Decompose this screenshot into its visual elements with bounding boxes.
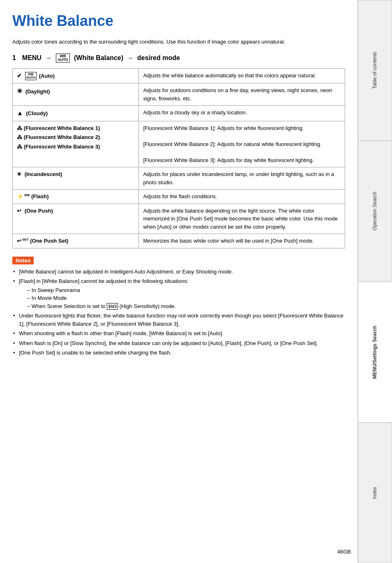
page-title: White Balance xyxy=(12,12,345,30)
fluorescent-icon-1: ⁂ xyxy=(17,125,22,131)
fluorescent-mode-3: ⁂ (Fluorescent White Balance 3) xyxy=(17,143,134,151)
description-cell: Adjusts for outdoors conditions on a fin… xyxy=(139,83,345,106)
table-row: ▲ (Cloudy) Adjusts for a cloudy sky or a… xyxy=(13,106,345,121)
note-item: [One Push Set] is unable to be selected … xyxy=(12,349,345,357)
step-wb-suffix: (White Balance) → desired mode xyxy=(72,54,180,62)
iso-icon: ISO xyxy=(107,303,118,310)
step-text: MENU → xyxy=(18,54,53,62)
description-cell: Adjusts the white balance automatically … xyxy=(139,68,345,83)
note-item: [Flash] in [White Balance] cannot be adj… xyxy=(12,277,345,310)
mode-name: (One Push Set) xyxy=(30,238,68,244)
table-row: ↩ (One Push) Adjusts the white balance d… xyxy=(13,204,345,234)
mode-name: (Fluorescent White Balance 3) xyxy=(24,144,100,150)
table-row: ✳ (Daylight) Adjusts for outdoors condit… xyxy=(13,83,345,106)
mode-cell: ✳︎ (Incandescent) xyxy=(13,167,139,190)
mode-cell: ↩ (One Push) xyxy=(13,204,139,234)
notes-section: Notes [White Balance] cannot be adjusted… xyxy=(12,257,345,357)
page-container: White Balance Adjusts color tones accord… xyxy=(0,0,392,563)
onepush-icon: ↩ xyxy=(17,208,21,214)
wb-auto-icon-cell: WB AUTO xyxy=(25,72,37,80)
tab-operation-search[interactable]: Operation Search xyxy=(358,141,392,281)
mode-name: (Cloudy) xyxy=(26,110,48,116)
fluorescent-icon-3: ⁂ xyxy=(17,144,22,150)
table-row: ↩SET (One Push Set) Memorizes the basic … xyxy=(13,234,345,248)
mode-cell: ⁂ (Fluorescent White Balance 1) ⁂ (Fluor… xyxy=(13,121,139,167)
incandescent-icon: ✳︎ xyxy=(17,171,21,177)
list-item: When Scene Selection is set to ISO (High… xyxy=(27,302,345,310)
description-cell: Adjusts for places under incandescent la… xyxy=(139,167,345,190)
table-row: ✔ WB AUTO (Auto) Adjusts the white balan… xyxy=(13,68,345,83)
intro-text: Adjusts color tones according to the sur… xyxy=(12,38,345,46)
note-item: Under fluorescent lights that flicker, t… xyxy=(12,312,345,328)
fluorescent-icon-2: ⁂ xyxy=(17,134,22,140)
list-item: In Sweep Panorama xyxy=(27,286,345,294)
notes-badge: Notes xyxy=(12,257,34,264)
description-cell: Memorizes the basic white color which wi… xyxy=(139,234,345,248)
description-cell: Adjusts the white balance depending on t… xyxy=(139,204,345,234)
tab-menu-settings-search[interactable]: MENU/Settings Search xyxy=(358,282,392,422)
mode-name: (Fluorescent White Balance 2) xyxy=(24,134,100,140)
note-item: When shooting with a flash in other than… xyxy=(12,329,345,338)
fluorescent-mode-2: ⁂ (Fluorescent White Balance 2) xyxy=(17,133,134,141)
mode-name: (Daylight) xyxy=(25,88,50,95)
table-row: ⁂ (Fluorescent White Balance 1) ⁂ (Fluor… xyxy=(13,121,345,167)
tab-index[interactable]: Index xyxy=(358,422,392,563)
mode-name: (One Push) xyxy=(25,208,53,214)
note-item: When flash is [On] or [Slow Synchro], th… xyxy=(12,339,345,348)
main-content: White Balance Adjusts color tones accord… xyxy=(0,0,357,563)
description-cell: Adjusts for the flash conditions. xyxy=(139,190,345,204)
tab-table-of-contents[interactable]: Table of contents xyxy=(358,0,392,141)
fluorescent-mode-1: ⁂ (Fluorescent White Balance 1) xyxy=(17,124,134,132)
cloudy-icon: ▲ xyxy=(17,109,23,116)
mode-cell: ⚡WB (Flash) xyxy=(13,190,139,204)
mode-cell: ✳ (Daylight) xyxy=(13,83,139,106)
white-balance-table: ✔ WB AUTO (Auto) Adjusts the white balan… xyxy=(12,68,345,248)
step-heading: 1 MENU → WB AUTO (White Balance) → desir… xyxy=(12,53,345,63)
step-number: 1 xyxy=(12,54,16,62)
page-number: 46GB xyxy=(337,549,351,555)
flash-sub-list: In Sweep Panorama In Movie Mode When Sce… xyxy=(19,286,345,310)
right-tabs: Table of contents Operation Search MENU/… xyxy=(357,0,392,563)
daylight-icon: ✳ xyxy=(17,88,22,95)
mode-name: (Auto) xyxy=(39,73,55,79)
list-item: In Movie Mode xyxy=(27,294,345,302)
mode-name: (Fluorescent White Balance 1) xyxy=(24,125,100,131)
note-item: [White Balance] cannot be adjusted in In… xyxy=(12,268,345,276)
mode-name: (Incandescent) xyxy=(25,171,62,177)
mode-name: (Flash) xyxy=(31,193,49,199)
description-cell: Adjusts for a cloudy sky or a shady loca… xyxy=(139,106,345,121)
table-row: ⚡WB (Flash) Adjusts for the flash condit… xyxy=(13,190,345,204)
flash-icon: ⚡ xyxy=(17,193,23,199)
mode-cell: ▲ (Cloudy) xyxy=(13,106,139,121)
table-row: ✳︎ (Incandescent) Adjusts for places und… xyxy=(13,167,345,190)
description-cell: [Fluorescent White Balance 1]: Adjusts f… xyxy=(139,121,345,167)
checkmark-icon: ✔ xyxy=(17,72,22,79)
notes-list: [White Balance] cannot be adjusted in In… xyxy=(12,268,345,357)
mode-cell: ✔ WB AUTO (Auto) xyxy=(13,68,139,83)
mode-cell: ↩SET (One Push Set) xyxy=(13,234,139,248)
onepushset-icon: ↩ xyxy=(17,238,21,244)
wb-auto-icon: WB AUTO xyxy=(56,53,69,63)
